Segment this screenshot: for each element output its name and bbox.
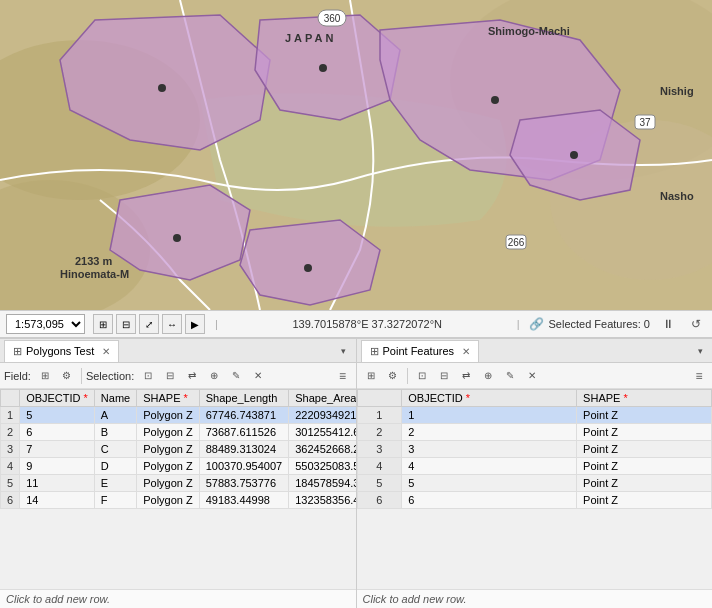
shape-cell[interactable]: Polygon Z xyxy=(137,424,200,441)
pt-shape-cell[interactable]: Point Z xyxy=(577,458,712,475)
name-header[interactable]: Name xyxy=(94,390,136,407)
shape-area-header[interactable]: Shape_Area xyxy=(289,390,356,407)
pt-edit-btn[interactable]: ✎ xyxy=(500,366,520,386)
polygons-data-container[interactable]: OBJECTID * Name SHAPE * Shape_Length Sha… xyxy=(0,389,356,589)
pt-shape-cell[interactable]: Point Z xyxy=(577,407,712,424)
select-all-btn[interactable]: ⊡ xyxy=(138,366,158,386)
pt-shape-cell[interactable]: Point Z xyxy=(577,492,712,509)
zoom-out-btn[interactable]: ⊟ xyxy=(116,314,136,334)
objectid-cell[interactable]: 7 xyxy=(20,441,95,458)
field-props-btn[interactable]: ⚙ xyxy=(57,366,77,386)
pt-shape-cell[interactable]: Point Z xyxy=(577,441,712,458)
zoom-to-select-btn[interactable]: ⊕ xyxy=(204,366,224,386)
identify-btn[interactable]: ▶ xyxy=(185,314,205,334)
shape-length-cell[interactable]: 100370.954007 xyxy=(199,458,288,475)
pan-btn[interactable]: ↔ xyxy=(162,314,182,334)
shape-area-cell[interactable]: 301255412.654712 xyxy=(289,424,356,441)
pt-objectid-cell[interactable]: 3 xyxy=(402,441,577,458)
shape-area-cell[interactable]: 132358356.443101 xyxy=(289,492,356,509)
pt-add-field-btn[interactable]: ⊞ xyxy=(361,366,381,386)
polygons-tab[interactable]: ⊞ Polygons Test ✕ xyxy=(4,340,119,362)
shape-cell[interactable]: Polygon Z xyxy=(137,475,200,492)
table-row[interactable]: 2 2 Point Z xyxy=(357,424,712,441)
objectid-cell[interactable]: 9 xyxy=(20,458,95,475)
shape-length-cell[interactable]: 57883.753776 xyxy=(199,475,288,492)
add-field-btn[interactable]: ⊞ xyxy=(35,366,55,386)
name-cell[interactable]: F xyxy=(94,492,136,509)
shape-length-header[interactable]: Shape_Length xyxy=(199,390,288,407)
points-add-row[interactable]: Click to add new row. xyxy=(357,589,713,608)
table-row[interactable]: 6 6 Point Z xyxy=(357,492,712,509)
shape-cell[interactable]: Polygon Z xyxy=(137,407,200,424)
pause-btn[interactable]: ⏸ xyxy=(658,314,678,334)
pt-shape-header[interactable]: SHAPE * xyxy=(577,390,712,407)
shape-area-cell[interactable]: 362452668.246818 xyxy=(289,441,356,458)
pt-objectid-header[interactable]: OBJECTID * xyxy=(402,390,577,407)
objectid-cell[interactable]: 5 xyxy=(20,407,95,424)
map-view[interactable]: JAPAN Shimogo-Machi Nishig Nasho Hinoema… xyxy=(0,0,712,310)
name-cell[interactable]: A xyxy=(94,407,136,424)
polygons-tab-dropdown[interactable]: ▾ xyxy=(336,343,352,359)
points-menu-btn[interactable]: ≡ xyxy=(690,367,708,385)
shape-area-cell[interactable]: 550325083.591161 xyxy=(289,458,356,475)
table-row[interactable]: 6 14 F Polygon Z 49183.44998 132358356.4… xyxy=(1,492,356,509)
edit-btn[interactable]: ✎ xyxy=(226,366,246,386)
shape-cell[interactable]: Polygon Z xyxy=(137,458,200,475)
zoom-in-btn[interactable]: ⊞ xyxy=(93,314,113,334)
polygons-add-row[interactable]: Click to add new row. xyxy=(0,589,356,608)
switch-select-btn[interactable]: ⇄ xyxy=(182,366,202,386)
pt-shape-cell[interactable]: Point Z xyxy=(577,475,712,492)
shape-area-cell[interactable]: 2220934921.301496 xyxy=(289,407,356,424)
pt-objectid-cell[interactable]: 6 xyxy=(402,492,577,509)
shape-length-cell[interactable]: 88489.313024 xyxy=(199,441,288,458)
scale-select[interactable]: 1:573,0951:573,095 xyxy=(6,314,85,334)
shape-cell[interactable]: Polygon Z xyxy=(137,492,200,509)
points-tab-dropdown[interactable]: ▾ xyxy=(692,343,708,359)
svg-text:Hinoemata-M: Hinoemata-M xyxy=(60,268,129,280)
extent-btn[interactable]: ⤢ xyxy=(139,314,159,334)
objectid-cell[interactable]: 14 xyxy=(20,492,95,509)
table-row[interactable]: 5 5 Point Z xyxy=(357,475,712,492)
name-cell[interactable]: B xyxy=(94,424,136,441)
table-row[interactable]: 2 6 B Polygon Z 73687.611526 301255412.6… xyxy=(1,424,356,441)
pt-objectid-cell[interactable]: 5 xyxy=(402,475,577,492)
shape-area-cell[interactable]: 184578594.370193 xyxy=(289,475,356,492)
name-cell[interactable]: D xyxy=(94,458,136,475)
objectid-header[interactable]: OBJECTID * xyxy=(20,390,95,407)
pt-zoom-to-select-btn[interactable]: ⊕ xyxy=(478,366,498,386)
shape-length-cell[interactable]: 73687.611526 xyxy=(199,424,288,441)
table-row[interactable]: 4 4 Point Z xyxy=(357,458,712,475)
table-row[interactable]: 5 11 E Polygon Z 57883.753776 184578594.… xyxy=(1,475,356,492)
shape-cell[interactable]: Polygon Z xyxy=(137,441,200,458)
delete-btn[interactable]: ✕ xyxy=(248,366,268,386)
table-row[interactable]: 3 7 C Polygon Z 88489.313024 362452668.2… xyxy=(1,441,356,458)
shape-length-cell[interactable]: 49183.44998 xyxy=(199,492,288,509)
points-tab[interactable]: ⊞ Point Features ✕ xyxy=(361,340,480,362)
table-row[interactable]: 1 5 A Polygon Z 67746.743871 2220934921.… xyxy=(1,407,356,424)
objectid-cell[interactable]: 11 xyxy=(20,475,95,492)
shape-length-cell[interactable]: 67746.743871 xyxy=(199,407,288,424)
pt-objectid-cell[interactable]: 1 xyxy=(402,407,577,424)
table-row[interactable]: 3 3 Point Z xyxy=(357,441,712,458)
pt-shape-cell[interactable]: Point Z xyxy=(577,424,712,441)
pt-field-props-btn[interactable]: ⚙ xyxy=(383,366,403,386)
clear-select-btn[interactable]: ⊟ xyxy=(160,366,180,386)
polygons-tab-close[interactable]: ✕ xyxy=(102,346,110,357)
pt-clear-select-btn[interactable]: ⊟ xyxy=(434,366,454,386)
objectid-cell[interactable]: 6 xyxy=(20,424,95,441)
points-data-container[interactable]: OBJECTID * SHAPE * 1 1 Point Z 2 2 Point… xyxy=(357,389,713,589)
table-row[interactable]: 1 1 Point Z xyxy=(357,407,712,424)
pt-switch-select-btn[interactable]: ⇄ xyxy=(456,366,476,386)
refresh-btn[interactable]: ↺ xyxy=(686,314,706,334)
points-tab-close[interactable]: ✕ xyxy=(462,346,470,357)
name-cell[interactable]: E xyxy=(94,475,136,492)
table-row[interactable]: 4 9 D Polygon Z 100370.954007 550325083.… xyxy=(1,458,356,475)
selection-label: Selection: xyxy=(86,370,134,382)
pt-objectid-cell[interactable]: 4 xyxy=(402,458,577,475)
name-cell[interactable]: C xyxy=(94,441,136,458)
polygons-menu-btn[interactable]: ≡ xyxy=(334,367,352,385)
pt-select-all-btn[interactable]: ⊡ xyxy=(412,366,432,386)
shape-header[interactable]: SHAPE * xyxy=(137,390,200,407)
pt-objectid-cell[interactable]: 2 xyxy=(402,424,577,441)
pt-delete-btn[interactable]: ✕ xyxy=(522,366,542,386)
